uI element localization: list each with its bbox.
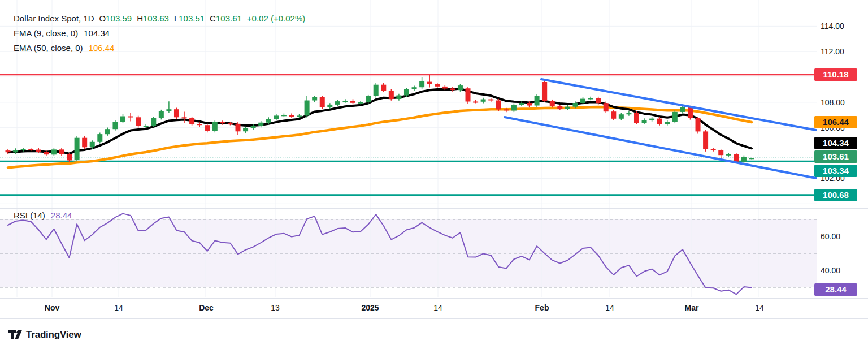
candle-body: [105, 129, 110, 134]
symbol-row[interactable]: Dollar Index Spot, 1DO103.59H103.63L103.…: [14, 11, 305, 26]
candle-body: [274, 115, 279, 119]
time-axis-label: 14: [755, 303, 764, 312]
candle-body: [726, 154, 731, 156]
ema50-row[interactable]: EMA (50, close, 0)106.44: [14, 41, 305, 55]
candle-body: [28, 149, 33, 150]
candle-body: [166, 109, 171, 111]
price-badge: 106.44: [814, 116, 857, 128]
candle-body: [442, 87, 448, 89]
candle-body: [527, 103, 532, 106]
candle-body: [626, 113, 631, 115]
price-badge: 103.34: [814, 165, 857, 177]
candle-body: [281, 115, 287, 116]
candle-body: [144, 126, 149, 127]
time-axis-label: 14: [605, 303, 614, 312]
candle-body: [419, 81, 424, 87]
candle-body: [297, 115, 302, 117]
candle-body: [688, 107, 693, 118]
ohlc-key-H: H: [137, 14, 143, 23]
candle-body: [220, 122, 225, 123]
candle-body: [711, 149, 716, 150]
candle-body: [703, 131, 708, 149]
candle-body: [427, 82, 432, 84]
candle-body: [75, 138, 80, 160]
ema50-label[interactable]: EMA (50, close, 0): [14, 43, 83, 53]
candle-body: [67, 154, 72, 161]
candle-body: [535, 96, 540, 106]
time-axis-label: Mar: [685, 303, 699, 312]
candle-body: [619, 114, 624, 119]
candle-body: [136, 117, 141, 126]
candle-body: [642, 120, 647, 123]
change-value: +0.02 (+0.02%): [247, 14, 305, 23]
candle-body: [350, 101, 355, 103]
ema9-value: 104.34: [84, 28, 110, 38]
candle-body: [749, 158, 754, 159]
candle-body: [366, 96, 371, 102]
candle-body: [466, 88, 471, 101]
time-axis-top-border: [0, 298, 868, 299]
symbol-title[interactable]: Dollar Index Spot, 1D: [14, 14, 94, 23]
time-axis-label: 14: [114, 303, 123, 312]
candle-body: [550, 101, 555, 106]
ema50-line: [8, 107, 752, 168]
candle-body: [511, 105, 517, 110]
candle-body: [404, 89, 409, 96]
candle-body: [51, 149, 57, 154]
price-axis-label: 114.00: [821, 21, 863, 31]
ema9-label[interactable]: EMA (9, close, 0): [14, 28, 78, 38]
candle-body: [327, 105, 332, 107]
tradingview-chart-window: Dollar Index Spot, 1DO103.59H103.63L103.…: [0, 0, 868, 349]
candle-body: [604, 103, 609, 111]
tradingview-logo-icon: [8, 329, 23, 341]
ohlc-key-L: L: [174, 14, 179, 23]
candle-body: [358, 102, 363, 104]
candle-body: [657, 119, 662, 124]
candle-body: [611, 111, 616, 119]
candle-body: [634, 113, 639, 123]
candle-body: [128, 117, 133, 118]
candle-body: [734, 154, 739, 162]
candle-body: [97, 134, 102, 142]
candle-body: [151, 118, 156, 126]
candle-body: [44, 152, 49, 154]
candle-body: [504, 109, 509, 110]
time-axis-label: Nov: [45, 303, 59, 312]
price-badge: 104.34: [814, 137, 857, 149]
candle-body: [496, 101, 501, 110]
candle-body: [13, 150, 18, 152]
ohlc-value-O: 103.59: [106, 14, 132, 23]
candle-body: [519, 103, 524, 105]
candle-body: [228, 123, 233, 124]
candle-body: [580, 99, 585, 103]
price-badge: 110.18: [814, 68, 857, 81]
tradingview-logo[interactable]: TradingView: [8, 329, 81, 341]
price-axis-label: 40.00: [821, 266, 863, 275]
candle-body: [174, 109, 179, 117]
candle-body: [82, 138, 87, 148]
price-axis-label: 60.00: [821, 232, 863, 241]
tradingview-logo-text: TradingView: [26, 329, 81, 341]
candle-body: [435, 84, 440, 87]
rsi-value: 28.44: [51, 210, 72, 220]
time-axis-bottom-border: [0, 318, 868, 319]
candle-body: [159, 111, 164, 118]
rsi-label[interactable]: RSI (14): [14, 210, 45, 220]
ema9-row[interactable]: EMA (9, close, 0)104.34: [14, 26, 305, 41]
candlestick-series: [6, 75, 754, 163]
candle-body: [696, 118, 701, 132]
pane-divider[interactable]: [0, 208, 868, 209]
candle-body: [488, 100, 493, 101]
candle-body: [396, 96, 401, 100]
candle-body: [205, 125, 210, 131]
rsi-legend-row[interactable]: RSI (14)28.44: [14, 210, 72, 220]
candle-body: [680, 107, 685, 112]
candle-body: [21, 149, 26, 150]
ema50-value: 106.44: [89, 43, 115, 53]
candle-body: [596, 98, 601, 104]
candle-body: [6, 150, 11, 152]
candle-body: [672, 112, 678, 122]
ohlc-value-L: 103.51: [179, 14, 205, 23]
price-axis-label: 112.00: [821, 47, 863, 56]
candle-body: [473, 102, 478, 103]
